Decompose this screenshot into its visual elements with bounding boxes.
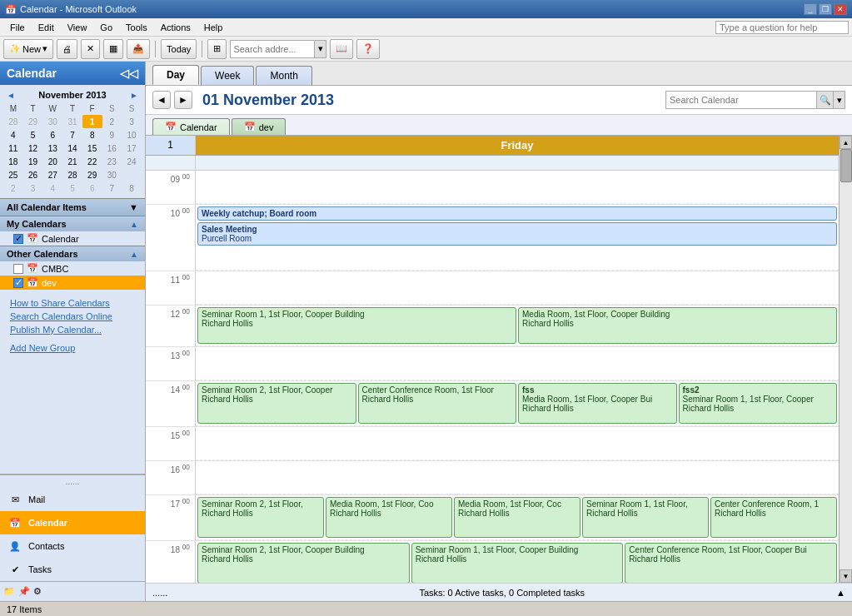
dev-checkbox[interactable]: ✓	[13, 278, 23, 288]
calendar-search-dropdown[interactable]: ▾	[833, 92, 845, 108]
cal-day[interactable]: 29	[82, 168, 102, 181]
cal-tab-calendar[interactable]: 📅 Calendar	[152, 118, 230, 135]
delete-button[interactable]: ✕	[81, 39, 100, 59]
time-cell-14[interactable]: Seminar Room 2, 1st Floor, Cooper Richar…	[196, 381, 839, 426]
options-button[interactable]: ▦	[103, 39, 123, 59]
minimize-btn[interactable]: _	[804, 3, 817, 15]
event-weekly-catchup[interactable]: Weekly catchup; Board room	[197, 206, 837, 221]
cal-day[interactable]: 22	[82, 155, 102, 168]
today-button[interactable]: Today	[161, 39, 197, 59]
cal-day[interactable]: 7	[102, 181, 122, 195]
nav-contacts[interactable]: 👤 Contacts	[0, 534, 145, 558]
search-address-box[interactable]: ▾	[230, 40, 326, 58]
event-fss-1400[interactable]: fss Media Room, 1st Floor, Cooper Bui Ri…	[518, 383, 677, 424]
tab-day[interactable]: Day	[152, 65, 199, 85]
cal-day[interactable]: 8	[122, 181, 142, 195]
cal-day[interactable]: 18	[3, 155, 23, 168]
configure-icon[interactable]: ⚙	[33, 586, 42, 597]
time-cell-12[interactable]: Seminar Room 1, 1st Floor, Cooper Buildi…	[196, 306, 839, 346]
time-cell-10[interactable]: Weekly catchup; Board room Sales Meeting…	[196, 205, 839, 271]
time-cell-18[interactable]: Seminar Room 2, 1st Floor, Cooper Buildi…	[196, 541, 839, 583]
menu-tools[interactable]: Tools	[119, 21, 154, 34]
tab-month[interactable]: Month	[256, 66, 311, 85]
event-m-1700b[interactable]: Media Room, 1st Floor, Coo Richard Holli…	[326, 497, 452, 538]
event-seminar2-1400[interactable]: Seminar Room 2, 1st Floor, Cooper Richar…	[197, 383, 356, 424]
event-cc-1700e[interactable]: Center Conference Room, 1 Richard Hollis	[710, 497, 837, 538]
mini-cal-next[interactable]: ►	[130, 91, 138, 100]
sidebar-item-dev[interactable]: ✓ 📅 dev	[0, 276, 145, 290]
cal-day[interactable]: 29	[23, 115, 43, 128]
cal-day[interactable]: 11	[3, 142, 23, 155]
cal-day[interactable]: 30	[42, 115, 62, 128]
search-address-input[interactable]	[231, 44, 314, 54]
cal-day[interactable]: 15	[82, 142, 102, 155]
calendar-checkbox[interactable]: ✓	[13, 234, 23, 244]
folder-icon[interactable]: 📁	[3, 586, 15, 597]
cal-day[interactable]: 30	[102, 168, 122, 181]
event-cc-1800c[interactable]: Center Conference Room, 1st Floor, Coope…	[625, 543, 837, 583]
event-media-1-1200[interactable]: Media Room, 1st Floor, Cooper Building R…	[518, 307, 837, 344]
cal-day[interactable]: 4	[42, 181, 62, 195]
help-search-input[interactable]	[720, 22, 845, 32]
restore-btn[interactable]: ❐	[819, 3, 832, 15]
cal-day[interactable]	[122, 168, 142, 181]
new-button[interactable]: ✨ New ▾	[3, 39, 53, 59]
menu-help[interactable]: Help	[197, 21, 230, 34]
menu-view[interactable]: View	[61, 21, 94, 34]
event-s1-1800b[interactable]: Seminar Room 1, 1st Floor, Cooper Buildi…	[411, 543, 624, 583]
event-center-conf-1400[interactable]: Center Conference Room, 1st Floor Richar…	[358, 383, 517, 424]
time-cell-09[interactable]	[196, 171, 839, 204]
cal-day[interactable]: 5	[23, 128, 43, 142]
publish-link[interactable]: Publish My Calendar...	[0, 323, 145, 336]
cal-day[interactable]: 12	[23, 142, 43, 155]
other-cal-toggle[interactable]: ▲	[130, 250, 138, 259]
cal-day[interactable]: 20	[42, 155, 62, 168]
time-cell-13[interactable]	[196, 347, 839, 380]
event-sales-meeting[interactable]: Sales Meeting Purcell Room	[197, 222, 837, 246]
sidebar-item-calendar[interactable]: ✓ 📅 Calendar	[0, 231, 145, 246]
event-fss2-1400[interactable]: fss2 Seminar Room 1, 1st Floor, Cooper R…	[679, 383, 838, 424]
cal-day[interactable]: 21	[62, 155, 82, 168]
cal-day[interactable]: 27	[42, 168, 62, 181]
cal-day[interactable]: 19	[23, 155, 43, 168]
calendar-search-button[interactable]: 🔍	[816, 92, 833, 108]
view-toggle[interactable]: ⊞	[207, 39, 227, 59]
cal-day[interactable]: 23	[102, 155, 122, 168]
scroll-up-btn[interactable]: ▲	[840, 136, 852, 149]
all-day-area[interactable]	[196, 156, 839, 170]
cal-day[interactable]: 13	[42, 142, 62, 155]
cal-day[interactable]: 14	[62, 142, 82, 155]
cmbc-checkbox[interactable]	[13, 264, 23, 274]
scroll-track[interactable]	[840, 149, 852, 569]
tasks-collapse-icon[interactable]: ▲	[836, 588, 845, 598]
cal-day[interactable]: 3	[122, 115, 142, 128]
cal-day[interactable]: 2	[102, 115, 122, 128]
cal-day[interactable]: 2	[3, 181, 23, 195]
share-button[interactable]: 📤	[127, 39, 150, 59]
close-btn[interactable]: ✕	[834, 3, 847, 15]
cal-day[interactable]: 8	[82, 128, 102, 142]
cal-day[interactable]: 10	[122, 128, 142, 142]
nav-calendar[interactable]: 📅 Calendar	[0, 511, 145, 534]
shortcuts-icon[interactable]: 📌	[18, 586, 30, 597]
cal-day[interactable]: 26	[23, 168, 43, 181]
scroll-thumb[interactable]	[840, 149, 852, 182]
address-book-button[interactable]: 📖	[330, 39, 353, 59]
sidebar-collapse-icon[interactable]: ◁◁	[120, 67, 138, 80]
vertical-scrollbar[interactable]: ▲ ▼	[839, 136, 852, 583]
prev-day-button[interactable]: ◄	[152, 91, 171, 109]
menu-file[interactable]: File	[3, 21, 32, 34]
nav-mail[interactable]: ✉ Mail	[0, 488, 145, 511]
all-calendars-header[interactable]: All Calendar Items ▼	[0, 198, 145, 216]
cal-day[interactable]: 16	[102, 142, 122, 155]
menu-go[interactable]: Go	[93, 21, 119, 34]
share-calendars-link[interactable]: How to Share Calendars	[0, 296, 145, 310]
search-online-link[interactable]: Search Calendars Online	[0, 310, 145, 323]
my-cal-toggle[interactable]: ▲	[130, 220, 138, 229]
next-day-button[interactable]: ►	[174, 91, 192, 109]
add-group-link[interactable]: Add New Group	[0, 341, 145, 355]
menu-edit[interactable]: Edit	[32, 21, 61, 34]
calendar-search-input[interactable]	[666, 95, 816, 105]
search-addr-dropdown[interactable]: ▾	[314, 41, 326, 57]
cal-day[interactable]: 31	[62, 115, 82, 128]
